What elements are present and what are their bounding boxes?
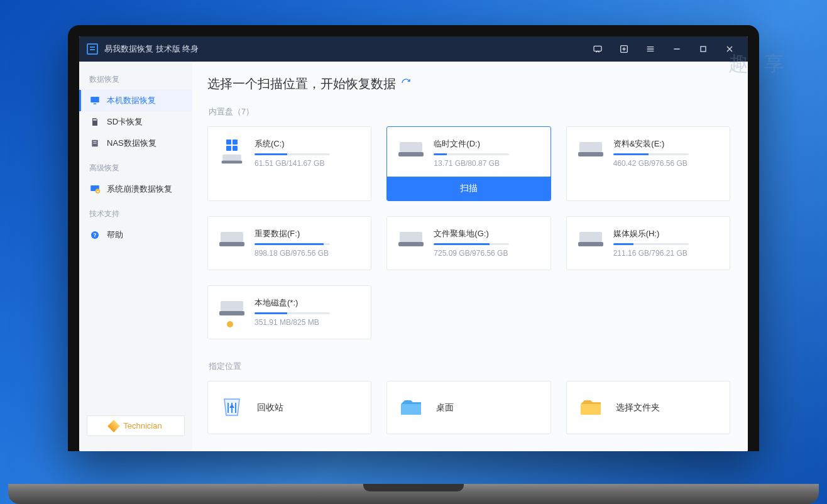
usage-bar — [255, 312, 330, 314]
scan-button[interactable]: 扫描 — [387, 177, 550, 200]
location-label: 选择文件夹 — [616, 402, 660, 414]
svg-rect-2 — [701, 47, 706, 52]
desktop-icon — [398, 395, 424, 420]
main-content: 选择一个扫描位置，开始恢复数据 内置盘（7） 系统(C:) 61.51 GB/1… — [192, 62, 748, 451]
sd-card-icon — [89, 116, 101, 128]
sidebar-item-label: NAS数据恢复 — [107, 138, 156, 149]
drive-icon — [218, 228, 246, 258]
sidebar-item-nas-recovery[interactable]: NAS数据恢复 — [79, 133, 192, 154]
drive-icon — [397, 228, 425, 258]
sidebar-item-label: SD卡恢复 — [107, 116, 143, 128]
windows-icon — [226, 140, 238, 151]
svg-rect-28 — [219, 311, 244, 315]
technician-button[interactable]: Technician — [87, 415, 185, 436]
location-card-recycle[interactable]: 回收站 — [207, 381, 371, 434]
drive-card[interactable]: 临时文件(D:) 13.71 GB/80.87 GB 扫描 — [386, 126, 550, 201]
svg-rect-22 — [219, 242, 244, 246]
app-title: 易我数据恢复 技术版 终身 — [104, 43, 578, 55]
location-label: 回收站 — [257, 402, 283, 414]
usage-bar — [613, 243, 689, 245]
drive-icon — [218, 138, 246, 189]
drive-card[interactable]: 文件聚集地(G:) 725.09 GB/976.56 GB — [386, 216, 550, 270]
drive-name: 重要数据(F:) — [255, 228, 361, 239]
drive-card[interactable]: 媒体娱乐(H:) 211.16 GB/796.21 GB — [566, 216, 730, 270]
sidebar-item-sd-recovery[interactable]: SD卡恢复 — [79, 111, 192, 133]
drive-icon — [577, 138, 605, 189]
drive-name: 资料&安装(E:) — [613, 138, 720, 150]
svg-rect-17 — [400, 142, 422, 152]
drive-size: 61.51 GB/141.67 GB — [255, 159, 361, 168]
location-grid: 回收站 桌面 选择文件夹 — [207, 381, 730, 434]
diamond-icon — [107, 420, 120, 432]
usage-bar — [434, 243, 509, 245]
svg-rect-18 — [398, 152, 424, 156]
drive-size: 460.42 GB/976.56 GB — [613, 159, 720, 168]
drive-size: 13.71 GB/80.87 GB — [434, 159, 540, 168]
monitor-icon — [89, 95, 101, 106]
svg-rect-0 — [594, 46, 601, 51]
page-title: 选择一个扫描位置，开始恢复数据 — [207, 75, 396, 92]
app-logo-icon — [87, 43, 98, 55]
svg-rect-30 — [581, 404, 601, 415]
drive-size: 211.16 GB/796.21 GB — [613, 249, 720, 258]
drive-size: 725.09 GB/976.56 GB — [434, 249, 540, 258]
app-window: 易我数据恢复 技术版 终身 — [79, 36, 748, 451]
drive-name: 本地磁盘(*:) — [255, 297, 361, 309]
location-card-desktop[interactable]: 桌面 — [386, 381, 550, 434]
svg-rect-6 — [94, 119, 95, 121]
svg-rect-7 — [96, 119, 96, 121]
drive-card[interactable]: 本地磁盘(*:) 351.91 MB/825 MB — [207, 285, 371, 339]
svg-rect-10 — [93, 143, 96, 143]
sidebar-section-support: 技术支持 — [79, 206, 192, 224]
svg-rect-4 — [94, 104, 97, 105]
sidebar-section-advanced: 高级恢复 — [79, 160, 192, 178]
usage-bar — [613, 153, 689, 155]
sidebar-item-label: 本机数据恢复 — [107, 95, 156, 106]
sidebar-item-label: 系统崩溃数据恢复 — [107, 184, 172, 195]
page-title-row: 选择一个扫描位置，开始恢复数据 — [207, 75, 730, 92]
refresh-icon[interactable] — [401, 78, 411, 90]
svg-rect-16 — [222, 160, 243, 163]
recycle-icon — [219, 395, 244, 420]
crash-icon — [89, 184, 101, 195]
maximize-button[interactable] — [690, 36, 716, 62]
svg-rect-21 — [221, 232, 243, 242]
usage-bar — [255, 243, 330, 245]
svg-point-12 — [96, 189, 101, 194]
drive-card[interactable]: 重要数据(F:) 898.18 GB/976.56 GB — [207, 216, 371, 270]
drive-size: 898.18 GB/976.56 GB — [255, 249, 361, 258]
svg-rect-23 — [400, 232, 422, 242]
close-button[interactable] — [716, 36, 743, 62]
svg-rect-3 — [90, 97, 99, 102]
svg-rect-26 — [578, 242, 603, 246]
drive-icon — [397, 138, 425, 168]
svg-rect-27 — [221, 301, 243, 311]
drive-grid: 系统(C:) 61.51 GB/141.67 GB 临时文件(D:) 13.71… — [207, 126, 730, 339]
sidebar: 数据恢复 本机数据恢复 SD卡恢复 — [79, 62, 192, 451]
sidebar-item-label: 帮助 — [107, 229, 123, 241]
sidebar-item-crash-recovery[interactable]: 系统崩溃数据恢复 — [79, 178, 192, 200]
drive-card[interactable]: 系统(C:) 61.51 GB/141.67 GB — [207, 126, 371, 201]
titlebar: 易我数据恢复 技术版 终身 — [79, 36, 748, 62]
drive-card[interactable]: 资料&安装(E:) 460.42 GB/976.56 GB — [566, 126, 730, 201]
internal-drives-label: 内置盘（7） — [209, 106, 730, 118]
feedback-button[interactable] — [584, 36, 611, 62]
specified-location-label: 指定位置 — [209, 361, 730, 372]
help-icon: ? — [89, 229, 101, 241]
drive-name: 文件聚集地(G:) — [434, 228, 540, 239]
usage-bar — [255, 153, 330, 155]
sidebar-item-help[interactable]: ? 帮助 — [79, 224, 192, 246]
settings-button[interactable] — [611, 36, 637, 62]
menu-button[interactable] — [637, 36, 664, 62]
minimize-button[interactable] — [664, 36, 690, 62]
sidebar-item-local-recovery[interactable]: 本机数据恢复 — [79, 90, 192, 111]
usage-bar — [434, 153, 509, 155]
drive-name: 系统(C:) — [255, 138, 361, 150]
svg-rect-24 — [398, 242, 424, 246]
sidebar-section-data-recovery: 数据恢复 — [79, 72, 192, 90]
location-card-folder[interactable]: 选择文件夹 — [566, 381, 730, 434]
svg-rect-29 — [401, 404, 421, 415]
svg-rect-19 — [579, 142, 602, 152]
folder-icon — [578, 395, 603, 420]
drive-name: 临时文件(D:) — [434, 138, 540, 150]
